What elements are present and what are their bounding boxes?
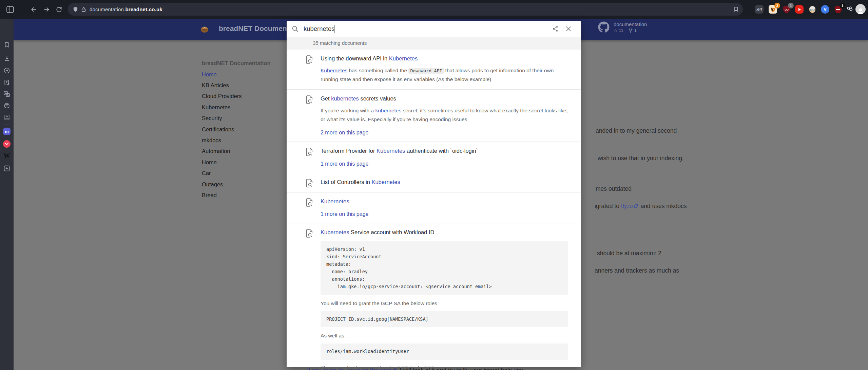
wikipedia-icon[interactable]: W (3, 152, 11, 160)
more-on-page-link[interactable]: 1 more on this page (321, 161, 571, 167)
sidebar-item-home[interactable]: Home (202, 69, 297, 80)
history-icon[interactable] (3, 67, 11, 74)
github-icon (598, 21, 610, 33)
sidebar-item-bread[interactable]: Bread (202, 190, 297, 201)
adguard-icon[interactable]: 1 (834, 5, 842, 14)
git-extension-icon[interactable]: .GIT (755, 5, 764, 14)
bg-text-fragment: igrated to fly.io and uses mkdocs (595, 203, 687, 210)
bg-text: I will look at it and try to fix your is… (398, 367, 523, 370)
reload-icon[interactable] (54, 5, 64, 14)
sidebar-item-home[interactable]: Home (202, 157, 297, 168)
search-result-item[interactable]: Kubernetes Service account with Workload… (287, 223, 581, 367)
sidebar-item-outages[interactable]: Outages (202, 179, 297, 190)
breadnet-logo[interactable] (199, 24, 210, 35)
sidebar-item-kubernetes[interactable]: Kubernetes (202, 102, 297, 113)
mastodon-icon[interactable]: m (3, 128, 11, 135)
keys-icon[interactable] (845, 5, 854, 14)
bookmark-page-icon[interactable] (733, 6, 739, 14)
back-icon[interactable] (29, 5, 39, 14)
bookmarks-icon[interactable] (3, 41, 11, 49)
doc-sidebar: breadNET Documentation HomeKB ArticlesCl… (202, 58, 297, 201)
search-modal: 35 matching documents Using the downward… (287, 21, 581, 367)
search-term-highlight: Kubernetes (377, 148, 405, 154)
search-result-count: 35 matching documents (287, 37, 581, 50)
youtube-icon[interactable] (795, 5, 804, 14)
bg-text-fragment: on GitHub) (595, 369, 630, 370)
svg-text:A: A (5, 92, 7, 95)
bg-text-fragment: anners and trackers as much as (595, 267, 679, 274)
fork-icon (628, 28, 633, 33)
search-term-link[interactable]: Kubernetes (321, 68, 347, 73)
search-input[interactable] (304, 21, 581, 37)
url-text: documentation.breadnet.co.uk (90, 6, 162, 12)
sidebar-item-kb-articles[interactable]: KB Articles (202, 80, 297, 91)
search-term-link[interactable]: kubernetes (375, 108, 401, 113)
sidebar-item-security[interactable]: Security (202, 113, 297, 124)
pocket-icon[interactable] (3, 140, 11, 148)
tracking-shield-icon[interactable] (73, 6, 78, 13)
bg-text-fragment: If you open an issue on the repo I will … (307, 367, 523, 370)
journal-icon[interactable] (3, 114, 11, 121)
search-result-item[interactable]: Kubernetes1 more on this page (287, 192, 581, 223)
bg-link[interactable]: fly.io (621, 203, 633, 209)
repo-link[interactable]: documentation ☆ 11 1 (598, 21, 647, 33)
external-link-icon (634, 204, 638, 208)
text-run: authenticate with `oidc-login` (405, 148, 478, 154)
result-title: List of Controllers in Kubernetes (321, 178, 571, 186)
text-run: List of Controllers in (321, 179, 371, 185)
document-search-icon (306, 198, 313, 207)
sidebar-item-label: Kubernetes (202, 104, 230, 111)
code-block: apiVersion: v1 kind: ServiceAccount meta… (321, 241, 568, 295)
close-icon[interactable] (565, 25, 572, 33)
new-tab-icon[interactable] (3, 165, 11, 172)
search-icon[interactable] (291, 25, 299, 33)
search-results-list: Using the downward API in KubernetesKube… (287, 50, 581, 367)
memoji-face-icon[interactable] (808, 5, 816, 14)
result-title: Kubernetes Service account with Workload… (321, 228, 571, 237)
more-on-page-link[interactable]: 2 more on this page (321, 130, 571, 136)
search-result-item[interactable]: Using the downward API in KubernetesKube… (287, 50, 581, 89)
sidebar-item-label: Car (202, 170, 211, 177)
honeypot-icon[interactable] (3, 102, 11, 109)
repo-stats: ☆ 11 1 (614, 28, 647, 33)
sidebar-item-certifications[interactable]: Certifications (202, 124, 297, 135)
site-title[interactable]: breadNET Document… (219, 24, 296, 33)
bg-text-fragment: anded in to my general second (596, 127, 677, 134)
sidebar-item-label: Security (202, 115, 222, 122)
text-run: Get (321, 95, 331, 101)
search-result-item[interactable]: Terraform Provider for Kubernetes authen… (287, 142, 581, 173)
doc-sidebar-title: breadNET Documentation (202, 58, 297, 69)
browser-toolbar: documentation.breadnet.co.uk .GIT 3 UD 1… (0, 0, 868, 19)
search-bar (287, 21, 581, 37)
bg-text: and uses mkdocs (639, 203, 687, 209)
translate-icon[interactable]: A (3, 90, 11, 98)
sidebar-item-automation[interactable]: Automation (202, 146, 297, 157)
text-run: Using the downward API in (321, 55, 389, 61)
result-title: Using the downward API in Kubernetes (321, 55, 571, 63)
text-run: Service account with Workload ID (349, 229, 434, 235)
more-on-page-link[interactable]: 1 more on this page (321, 211, 571, 217)
search-result-item[interactable]: Get kubernetes secrets valuesIf you're w… (287, 89, 581, 141)
url-bar[interactable]: documentation.breadnet.co.uk (68, 3, 743, 16)
search-result-item[interactable]: List of Controllers in Kubernetes (287, 173, 581, 192)
sidebar-item-mkdocs[interactable]: mkdocs (202, 135, 297, 146)
result-title: Get kubernetes secrets values (321, 95, 571, 103)
forward-icon[interactable] (42, 5, 51, 14)
document-search-icon (306, 229, 313, 238)
notes-icon[interactable] (3, 79, 11, 86)
sidebar-item-car[interactable]: Car (202, 168, 297, 179)
sidebar-toggle-icon[interactable] (5, 5, 15, 14)
ud-shield-icon[interactable]: UD 1 (782, 5, 791, 14)
bg-text: on (595, 369, 603, 370)
bg-link[interactable]: If you open an issue on the repo (307, 367, 392, 370)
profile-avatar[interactable] (855, 4, 866, 14)
sidebar-item-cloud-providers[interactable]: Cloud Providers (202, 91, 297, 102)
sidebar-item-label: Bread (202, 192, 217, 199)
share-icon[interactable] (552, 25, 559, 32)
downloads-icon[interactable] (3, 55, 11, 62)
vimium-icon[interactable]: V (821, 5, 829, 14)
bg-link[interactable]: GitHub (603, 369, 621, 370)
privacy-badger-icon[interactable]: 3 (769, 5, 777, 14)
bg-text: ) (628, 369, 630, 370)
text-run: Terraform Provider for (321, 148, 377, 154)
